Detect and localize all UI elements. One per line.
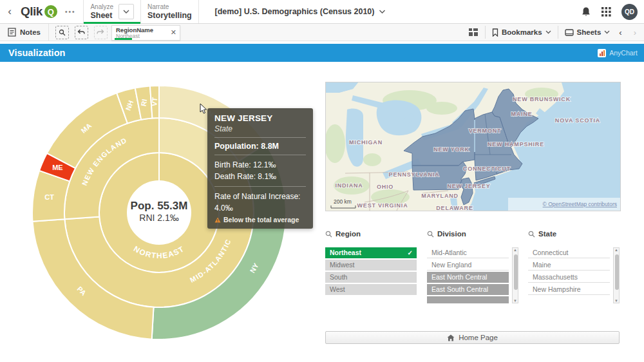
chart-tooltip: NEW JERSEY State Population: 8.8M Birth … [207,108,313,229]
more-menu-icon[interactable]: ••• [59,8,84,15]
search-icon [528,231,535,238]
filter-item-new-hampshire[interactable]: New Hampshire [528,284,610,295]
home-page-button[interactable]: Home Page [325,331,620,344]
scroll-down-icon[interactable]: ▼ [513,299,517,303]
scrollbar-division[interactable]: ▲ ▼ [512,247,518,303]
redo-arrow-icon [97,29,104,35]
next-sheet-icon[interactable]: › [631,28,639,37]
filter-item-northeast[interactable]: Northeast✓ [325,247,417,258]
map-label-new-hampshire: NEW HAMPSHIRE [488,141,544,148]
notes-button[interactable]: Notes [0,24,49,41]
anychart-label: AnyChart [609,49,638,57]
anychart-credit[interactable]: AnyChart [598,49,644,57]
map-label-maine: MAINE [511,111,533,117]
tab-main-label: Sheet [90,11,113,20]
tab-analyze-sheet[interactable]: Analyze Sheet [84,0,140,23]
qlik-logo: Qlik Q [19,5,59,19]
filter-panel-division: Division Mid-AtlanticNew EnglandEast Nor… [427,229,518,303]
map-label-pennsylvania: PENNSYLVANIA [389,171,440,178]
scroll-thumb[interactable] [514,254,518,290]
map-label-new-brunswick: NEW BRUNSWICK [513,96,571,102]
selection-chip-regionname[interactable]: RegionName Northeast ✕ [111,25,180,41]
center-population: Pop. 55.3M [131,200,188,212]
selection-progress-bar [115,38,132,40]
filter-panel-state: State ConnecticutMaineMassachusettsNew H… [528,229,620,303]
app-grid-icon[interactable] [601,7,611,17]
qlik-logo-text: Qlik [21,5,43,19]
tab-sub-label: Narrate [147,3,192,11]
map-label-indiana: INDIANA [335,182,363,189]
tooltip-rni: Rate of Natural Increase: 4.0‰ [214,191,306,214]
tooltip-title: NEW JERSEY [214,113,306,123]
selections-tool-button[interactable] [55,26,69,39]
search-icon [427,231,434,238]
scrollbar-state[interactable]: ▲ ▼ [613,247,620,303]
map-label-new-york: NEW YORK [433,146,469,153]
anychart-logo-icon [598,49,606,57]
filter-header-state[interactable]: State [528,229,620,239]
tab-narrate-storytelling[interactable]: Narrate Storytelling [141,0,198,23]
scroll-thumb[interactable] [615,254,619,290]
filter-header-region[interactable]: Region [325,229,417,239]
filter-item-partial[interactable] [528,296,610,303]
chevron-down-icon [123,10,129,14]
divider [198,0,199,23]
filter-item-east-north-central[interactable]: East North Central [427,272,509,283]
state-label-vt: VT [150,97,158,106]
scroll-down-icon[interactable]: ▼ [614,299,618,303]
chevron-down-icon [604,30,610,34]
map-scale-label: 200 km [334,198,352,205]
close-icon[interactable]: ✕ [171,28,176,37]
sheet-title: Visualization [0,48,65,58]
tooltip-population: Population: 8.8M [214,142,306,151]
bookmarks-menu[interactable]: Bookmarks [492,28,551,37]
chevron-down-icon [379,10,385,14]
filter-item-midwest[interactable]: Midwest [325,260,417,271]
filter-item-massachusetts[interactable]: Massachusetts [528,272,610,283]
app-title-menu[interactable]: [demo] U.S. Demographics (Census 2010) [215,0,386,23]
step-back-button[interactable] [75,26,88,39]
notifications-bell-icon[interactable] [581,6,591,17]
sheets-menu[interactable]: Sheets [565,28,611,36]
sheet-header: Visualization AnyChart [0,44,644,62]
notes-label: Notes [20,28,41,36]
app-title: [demo] U.S. Demographics (Census 2010) [215,7,375,16]
search-icon [325,231,332,238]
step-forward-button[interactable] [94,26,108,39]
filter-item-connecticut[interactable]: Connecticut [528,247,610,258]
notes-icon [8,28,16,37]
filter-item-partial[interactable] [427,296,509,303]
sheet-dropdown-button[interactable] [118,4,134,19]
undo-arrow-icon [77,29,85,35]
map-label-west-virginia: WEST VIRGINIA [357,202,408,209]
filter-header-division[interactable]: Division [427,229,518,239]
bookmark-icon [492,28,498,37]
scroll-up-icon[interactable]: ▲ [614,248,618,252]
filter-item-south[interactable]: South [325,272,417,283]
sheets-icon [565,29,574,36]
filter-item-east-south-central[interactable]: East South Central [427,284,509,295]
map-attribution[interactable]: © OpenStreetMap contributors [543,201,617,207]
previous-sheet-icon[interactable]: ‹ [616,28,624,37]
map-label-ohio: OHIO [377,184,393,190]
tooltip-birth-rate: Birth Rate: 12.1‰ [214,159,306,171]
filter-item-new-england[interactable]: New England [427,260,509,271]
map-label-michigan: MICHIGAN [349,139,383,146]
map-panel[interactable]: © OpenStreetMap contributors 200 km MICH… [325,82,621,211]
tab-sub-label: Analyze [90,3,113,11]
back-icon[interactable]: ‹ [0,5,19,18]
sheets-label: Sheets [577,28,601,36]
state-label-ct: CT [44,193,54,201]
divider [485,26,486,39]
sheet-grid-icon[interactable] [468,28,478,37]
filter-item-west[interactable]: West [325,284,417,295]
center-rni: RNI 2.1‰ [139,213,178,223]
checkmark-icon: ✓ [408,247,413,258]
user-avatar[interactable]: QD [621,4,638,20]
state-label-me: ME [52,164,63,171]
scroll-up-icon[interactable]: ▲ [513,248,517,252]
filter-item-maine[interactable]: Maine [528,260,610,271]
top-bar: ‹ Qlik Q ••• Analyze Sheet Narrate Story… [0,0,644,24]
filter-item-mid-atlantic[interactable]: Mid-Atlantic [427,247,509,258]
state-label-ri: RI [140,99,149,107]
